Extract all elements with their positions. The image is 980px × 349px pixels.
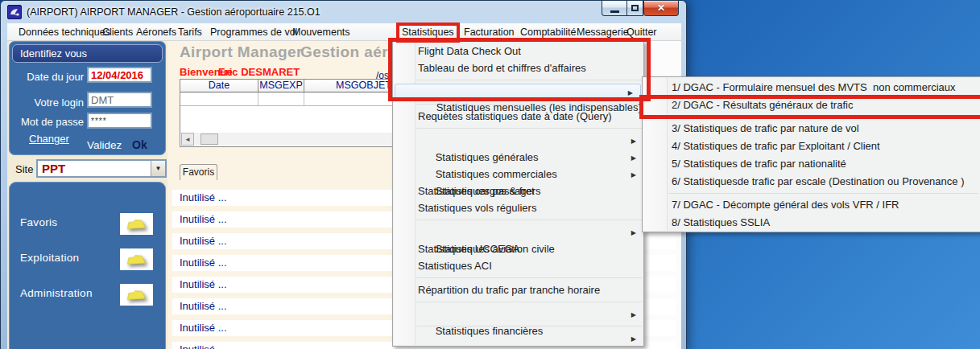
menubar-item-statistiques[interactable]: Statistiques (402, 23, 454, 41)
menu-separator (416, 220, 642, 220)
submenu-item-trafic-exploitant-client[interactable]: 4/ Statistiques de trafic par Exploitant… (643, 138, 980, 155)
app-icon (7, 5, 22, 19)
menu-separator (416, 277, 642, 278)
change-password-link[interactable]: Changer (29, 133, 69, 145)
welcome-user: Eric DESMARET (218, 66, 300, 78)
menu-item-statistiques-passagers[interactable]: Statistiques passagers ▶ (393, 166, 643, 183)
menu-item-statistiques-aci[interactable]: Statistiques ACI (393, 257, 643, 274)
submenu-arrow-icon: ▶ (631, 224, 636, 240)
submenu-item-dgac-decompte-vfr-ifr[interactable]: 7/ DGAC - Décompte général des vols VFR … (643, 196, 980, 214)
menubar-item-aeronefs[interactable]: Aéronefs (136, 23, 176, 41)
menu-item-repartition-trafic[interactable]: Répartition du trafic par tranche horair… (393, 281, 643, 298)
minimize-button[interactable] (602, 1, 626, 16)
scrollbar-thumb[interactable] (201, 133, 218, 145)
menu-item-statistiques-financieres[interactable]: Statistiques financières ▶ (393, 306, 643, 322)
ok-button[interactable]: Ok (132, 138, 147, 151)
site-select[interactable]: PPT ▼ (36, 159, 167, 178)
site-select-value: PPT (42, 162, 65, 175)
validate-label: Validez (87, 139, 122, 151)
menubar-item-tarifs[interactable]: Tarifs (178, 23, 202, 41)
annotation-box-resultats-generaux (639, 95, 980, 119)
submenu-item-trafic-escale[interactable]: 6/ Statistiquesde trafic par escale (Des… (643, 173, 980, 191)
exploitation-folder-button[interactable] (120, 248, 153, 270)
menu-separator (416, 302, 642, 302)
menu-item-requetes-statistiques[interactable]: Requètes statistiques date à date (Query… (393, 108, 643, 125)
window-title: (AIRPORT) AIRPORT MANAGER - Gestion aéro… (27, 6, 320, 18)
submenu-arrow-icon: ▶ (631, 132, 636, 149)
menu-separator (668, 193, 978, 194)
annotation-box-statistiques (396, 23, 460, 43)
title-bar: (AIRPORT) AIRPORT MANAGER - Gestion aéro… (1, 1, 686, 23)
password-input[interactable] (87, 113, 152, 129)
folder-icon (126, 287, 148, 302)
submenu-arrow-icon: ▶ (631, 306, 636, 322)
date-input[interactable] (87, 67, 152, 83)
password-label: Mot de passe (10, 116, 84, 128)
login-label: Votre login (10, 96, 84, 109)
favoris-folder-button[interactable] (120, 213, 153, 235)
menu-separator (416, 128, 642, 129)
menubar-item-programmes-de-vol[interactable]: Programmes de vol (210, 23, 297, 41)
maximize-button[interactable] (626, 1, 643, 16)
menubar-item-mouvements[interactable]: Mouvements (292, 23, 350, 41)
menu-item-statistiques-generales[interactable]: Statistiques générales ▶ (393, 132, 643, 149)
login-sidebar: Identifiez vous Date du jour Votre login… (7, 41, 167, 349)
folder-icon (126, 216, 148, 231)
nav-panel: Favoris Exploitation Administration (9, 182, 166, 349)
administration-folder-button[interactable] (120, 284, 153, 306)
chevron-down-icon[interactable]: ▼ (151, 161, 165, 176)
submenu-arrow-icon: ▶ (631, 166, 636, 183)
folder-icon (126, 252, 148, 266)
submenu-arrow-icon: ▶ (631, 149, 636, 166)
menu-item-statistiques-vols-reguliers[interactable]: Statistiques vols réguliers (393, 199, 643, 216)
page-title: Airport Manager (180, 43, 303, 61)
annotation-box-menu-top (388, 38, 651, 101)
menu-item-statistiques-uccega[interactable]: Statistiques UCCEGA (393, 240, 643, 257)
nav-label-administration: Administration (20, 287, 93, 299)
window-controls: ✕ (602, 1, 679, 16)
submenu-item-dgac-formulaire-mensuel[interactable]: 1/ DGAC - Formulaire mensuel des MVTS no… (643, 79, 980, 96)
menu-item-diffusion-internet[interactable]: Diffusion sur Internet ▶ (393, 330, 643, 347)
close-icon: ✕ (657, 3, 665, 13)
close-button[interactable]: ✕ (643, 1, 679, 16)
tab-favoris[interactable]: Favoris (180, 164, 217, 180)
date-label: Date du jour (10, 71, 84, 83)
minimize-icon (610, 10, 619, 13)
identify-panel: Identifiez vous Date du jour Votre login… (9, 41, 166, 155)
column-header-date[interactable]: Date (180, 80, 258, 92)
nav-label-favoris: Favoris (20, 216, 57, 228)
scroll-left-arrow-icon[interactable]: ◄ (181, 133, 194, 146)
nav-label-exploitation: Exploitation (20, 252, 79, 264)
login-input[interactable] (87, 92, 152, 108)
submenu-item-trafic-nature-de-vol[interactable]: 3/ Statistiques de trafic par nature de … (643, 120, 980, 138)
menu-item-statistiques-cargos-fret[interactable]: Statistiques cargos & fret (393, 183, 643, 199)
submenu-arrow-icon: ▶ (631, 330, 636, 347)
identify-panel-header: Identifiez vous (12, 44, 163, 63)
site-label: Site (15, 163, 33, 175)
screenshot-stage: (AIRPORT) AIRPORT MANAGER - Gestion aéro… (0, 0, 980, 349)
menubar-item-clients[interactable]: Clients (102, 23, 133, 41)
column-header-msgexp[interactable]: MSGEXP (258, 80, 304, 92)
maximize-icon (631, 5, 639, 11)
menu-item-statistiques-aviation-civile[interactable]: Statistiques aviation civile ▶ (393, 224, 643, 240)
menu-item-statistiques-commerciales[interactable]: Statistiques commerciales ▶ (393, 149, 643, 166)
menubar-item-donnees-techniques[interactable]: Données techniques (19, 23, 110, 41)
submenu-item-statistiques-sslia[interactable]: 8/ Statistiques SSLIA (643, 214, 980, 232)
submenu-item-trafic-nationalite[interactable]: 5/ Statistiques de trafic par nationalit… (643, 155, 980, 173)
